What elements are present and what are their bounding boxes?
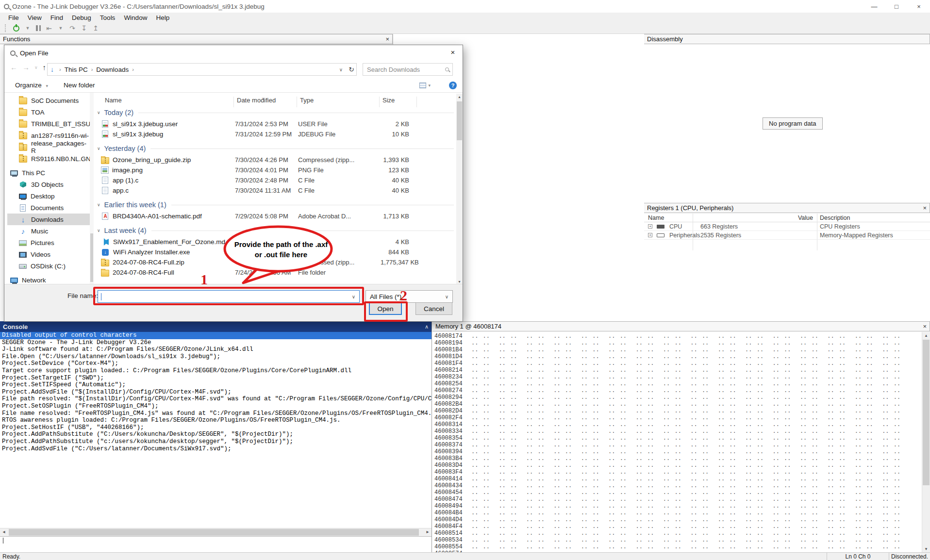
memory-row[interactable]: 46008374 .. .. .. .. .. .. .. .. .. .. .… [434, 442, 921, 448]
menu-item-window[interactable]: Window [119, 14, 151, 21]
menu-item-debug[interactable]: Debug [67, 14, 96, 21]
scroll-up-icon[interactable]: ▴ [456, 95, 463, 99]
file-row[interactable]: app.c7/30/2024 11:31 AMC File40 KB [94, 185, 456, 196]
file-row[interactable]: sl_si91x 3.jdebug7/31/2024 12:59 PMJDEBU… [94, 129, 456, 139]
close-icon[interactable]: × [923, 323, 927, 330]
organize-button[interactable]: Organize ▾ [15, 82, 48, 89]
console-hscrollbar[interactable]: ◂ ▸ [0, 528, 432, 536]
functions-panel-header[interactable]: Functions × [0, 34, 393, 44]
sidebar-item-rs9116-nb0-nl-gn[interactable]: RS9116.NB0.NL.GN [7, 153, 90, 165]
file-list-scrollbar-thumb[interactable] [457, 101, 462, 140]
memory-row[interactable]: 46008314 .. .. .. .. .. .. .. .. .. .. .… [434, 421, 921, 428]
register-row-cpu[interactable]: +CPU663 RegistersCPU Registers [644, 222, 930, 231]
memory-row[interactable]: 46008174 .. .. .. .. .. .. .. .. .. .. .… [434, 333, 921, 340]
column-type[interactable]: Type [300, 97, 314, 104]
memory-vscrollbar[interactable]: ▴ ▾ [922, 332, 930, 552]
memory-row[interactable]: 46008394 .. .. .. .. .. .. .. .. .. .. .… [434, 448, 921, 455]
back-icon[interactable]: ← [10, 63, 17, 71]
memory-row[interactable]: 46008454 .. .. .. .. .. .. .. .. .. .. .… [434, 489, 921, 496]
breadcrumb-this-pc[interactable]: This PC [65, 66, 88, 73]
scroll-down-icon[interactable]: ▾ [456, 280, 463, 284]
console-command-input[interactable] [0, 536, 432, 544]
group-header[interactable]: ∨Yesterday (4) [94, 142, 456, 155]
memory-row[interactable]: 460082D4 .. .. .. .. .. .. .. .. .. .. .… [434, 408, 921, 414]
memory-row[interactable]: 460083B4 .. .. .. .. .. .. .. .. .. .. .… [434, 455, 921, 462]
maximize-icon[interactable]: □ [885, 0, 908, 13]
sidebar-item-this-pc[interactable]: This PC [7, 167, 90, 179]
column-size[interactable]: Size [382, 97, 395, 104]
memory-row[interactable]: 460081D4 .. .. .. .. .. .. .. .. .. .. .… [434, 353, 921, 360]
column-name[interactable]: Name [105, 97, 122, 104]
sidebar-item-toa[interactable]: TOA [7, 106, 90, 118]
history-chevron-icon[interactable]: ∨ [34, 65, 38, 70]
close-icon[interactable]: × [385, 35, 389, 43]
memory-row[interactable]: 46008514 .. .. .. .. .. .. .. .. .. .. .… [434, 530, 921, 537]
disassembly-panel-header[interactable]: Disassembly [644, 34, 930, 44]
memory-row[interactable]: 46008474 .. .. .. .. .. .. .. .. .. .. .… [434, 496, 921, 503]
power-icon[interactable] [13, 25, 19, 32]
console-hscrollbar-thumb[interactable] [9, 529, 419, 536]
sidebar-item-osdisk-c-[interactable]: OSDisk (C:) [7, 260, 90, 272]
step-over-icon[interactable]: ↷ [69, 25, 76, 32]
column-date-modified[interactable]: Date modified [237, 97, 276, 104]
expand-plus-icon[interactable]: + [648, 224, 652, 229]
scroll-right-icon[interactable]: ▸ [424, 529, 432, 534]
sidebar-item-desktop[interactable]: Desktop [7, 190, 90, 202]
memory-row[interactable]: 46008434 .. .. .. .. .. .. .. .. .. .. .… [434, 482, 921, 489]
close-icon[interactable]: × [443, 45, 463, 59]
memory-row[interactable]: 46008534 .. .. .. .. .. .. .. .. .. .. .… [434, 537, 921, 544]
group-header[interactable]: ∨Today (2) [94, 106, 456, 119]
address-dropdown-icon[interactable]: ∨ [339, 67, 343, 72]
step-out-icon[interactable]: ↥ [92, 25, 99, 32]
sidebar-item-soc-documents[interactable]: SoC Documents [7, 95, 90, 106]
file-list-scrollbar[interactable]: ▴ ▾ [456, 94, 463, 285]
registers-panel-header[interactable]: Registers 1 (CPU, Peripherals) × [644, 203, 930, 213]
menu-item-file[interactable]: File [4, 14, 23, 21]
sidebar-item-music[interactable]: ♪Music [7, 225, 90, 237]
registers-column-headers[interactable]: Name Value Description [644, 214, 930, 222]
close-icon[interactable]: × [923, 204, 927, 212]
memory-row[interactable]: 46008254 .. .. .. .. .. .. .. .. .. .. .… [434, 380, 921, 387]
scroll-up-icon[interactable]: ▴ [922, 333, 930, 338]
file-row[interactable]: BRD4340A-A01-schematic.pdf7/29/2024 5:08… [94, 211, 456, 221]
registers-col-value[interactable]: Value [790, 214, 813, 221]
view-mode-button[interactable]: ▾ [419, 82, 431, 88]
collapse-icon[interactable]: ∧ [425, 324, 429, 330]
memory-row[interactable]: 460084F4 .. .. .. .. .. .. .. .. .. .. .… [434, 523, 921, 530]
file-row[interactable]: app (1).c7/30/2024 2:48 PMC File40 KB [94, 175, 456, 185]
reset-menu-icon[interactable]: ▼ [57, 26, 64, 31]
menu-item-view[interactable]: View [23, 14, 46, 21]
registers-col-name[interactable]: Name [648, 214, 664, 221]
cancel-button[interactable]: Cancel [415, 302, 452, 315]
file-row[interactable]: sl_si91x 3.jdebug.user7/31/2024 2:53 PMU… [94, 119, 456, 129]
memory-row[interactable]: 460083D4 .. .. .. .. .. .. .. .. .. .. .… [434, 462, 921, 469]
memory-row[interactable]: 46008554 .. .. .. .. .. .. .. .. .. .. .… [434, 544, 921, 550]
file-row[interactable]: image.png7/30/2024 4:01 PMPNG File123 KB [94, 165, 456, 175]
sidebar-item-videos[interactable]: Videos [7, 248, 90, 260]
sidebar-item-release-packages-r[interactable]: release_packages-R [7, 141, 90, 153]
scroll-left-icon[interactable]: ◂ [0, 529, 8, 534]
pause-icon[interactable] [36, 25, 41, 31]
close-icon[interactable]: × [908, 0, 930, 13]
reset-icon[interactable]: ⇤ [46, 25, 52, 32]
memory-row[interactable]: 460082B4 .. .. .. .. .. .. .. .. .. .. .… [434, 401, 921, 408]
memory-row[interactable]: 46008494 .. .. .. .. .. .. .. .. .. .. .… [434, 503, 921, 510]
sidebar-item-trimble-bt-issue[interactable]: TRIMBLE_BT_ISSUE [7, 118, 90, 130]
sidebar-item-documents[interactable]: Documents [7, 202, 90, 214]
memory-row[interactable]: 46008354 .. .. .. .. .. .. .. .. .. .. .… [434, 435, 921, 442]
sidebar-item-network[interactable]: Network [7, 274, 90, 285]
scroll-down-icon[interactable]: ▾ [922, 546, 930, 551]
memory-row[interactable]: 46008334 .. .. .. .. .. .. .. .. .. .. .… [434, 428, 921, 435]
memory-row[interactable]: 460081F4 .. .. .. .. .. .. .. .. .. .. .… [434, 360, 921, 367]
search-input[interactable]: Search Downloads [363, 63, 453, 76]
memory-row[interactable]: 460082F4 .. .. .. .. .. .. .. .. .. .. .… [434, 414, 921, 421]
sidebar-item-downloads[interactable]: ↓Downloads [7, 214, 90, 225]
minimize-icon[interactable]: — [863, 0, 885, 13]
registers-col-description[interactable]: Description [820, 214, 850, 221]
register-row-peripherals[interactable]: +Peripherals2535 RegistersMemory-Mapped … [644, 231, 930, 240]
group-header[interactable]: ∨Earlier this week (1) [94, 198, 456, 211]
forward-icon[interactable]: → [22, 63, 30, 71]
address-bar[interactable]: ↓ › This PC › Downloads › ∨ ↻ [47, 63, 357, 76]
memory-row[interactable]: 460084B4 .. .. .. .. .. .. .. .. .. .. .… [434, 510, 921, 516]
new-folder-button[interactable]: New folder [64, 82, 95, 89]
